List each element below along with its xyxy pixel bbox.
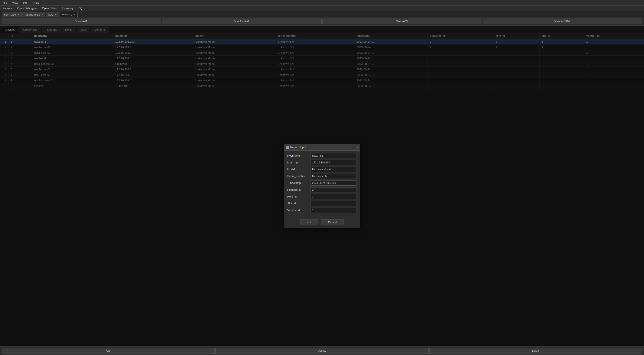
tab-inventory-label: Inventory [62,13,72,16]
tab-inventory-close[interactable]: ✕ [73,13,75,16]
tab-parsing-tools-close[interactable]: ✕ [41,13,43,16]
tab-bar: Form View ✕ Parsing Tools ✕ SQL ✕ Invent… [0,11,644,17]
save-as-yaml-button[interactable]: Save As YAML [162,18,322,24]
content-area: Devices Credentials Platforms Roles Site… [0,26,644,346]
submenu-inventory[interactable]: Inventory [61,6,74,10]
submenu-bar: Parsers Open Debugger Open Editor Invent… [0,6,644,11]
open-yaml-button[interactable]: Open YAML [2,18,161,24]
submenu-sql[interactable]: SQL [78,6,85,10]
role-id-label: Role_id [287,195,308,198]
hostname-label: Hostname [287,154,308,157]
modal-footer: OK Cancel [284,217,360,228]
serial-number-label: Serial_number [287,174,308,178]
serial-number-input[interactable] [310,174,357,179]
submenu-open-editor[interactable]: Open Editor [41,6,58,10]
record-input-modal: Record Input × Hostname Mgmt_ip Model [284,144,360,228]
site-id-input[interactable] [310,201,357,206]
bottom-bar: Add Update Delete [0,346,644,355]
modal-overlay: Record Input × Hostname Mgmt_ip Model [0,26,644,346]
vendor-id-label: Vendor_id [287,208,308,212]
form-row-timestamp: Timestamp [287,180,357,186]
tab-sql-label: SQL [48,13,53,16]
mgmt-ip-input[interactable] [310,160,357,165]
ok-button[interactable]: OK [300,219,318,225]
tab-parsing-tools-label: Parsing Tools [24,13,40,16]
form-row-role-id: Role_id [287,194,357,199]
tab-form-view[interactable]: Form View ✕ [2,12,22,17]
modal-close-button[interactable]: × [356,146,358,149]
role-id-input[interactable] [310,194,357,199]
mgmt-ip-label: Mgmt_ip [287,161,308,164]
tab-inventory[interactable]: Inventory ✕ [59,12,78,17]
submenu-parsers[interactable]: Parsers [2,6,13,10]
tab-sql[interactable]: SQL ✕ [46,12,59,17]
modal-body: Hostname Mgmt_ip Model Serial_number Tim… [284,151,360,217]
tab-parsing-tools[interactable]: Parsing Tools ✕ [22,12,46,17]
tab-sql-close[interactable]: ✕ [54,13,56,16]
form-row-site-id: Site_id [287,201,357,206]
modal-title-icon [286,146,289,149]
toolbar: Open YAML Save As YAML New YAML View as … [0,17,644,26]
model-input[interactable] [310,167,357,172]
tab-form-view-close[interactable]: ✕ [18,13,20,16]
modal-header: Record Input × [284,144,360,151]
form-row-serial-number: Serial_number [287,174,357,179]
form-row-platform-id: Platform_id [287,187,357,192]
view-as-yaml-button[interactable]: View as YAML [483,18,642,24]
form-row-model: Model [287,167,357,172]
platform-id-input[interactable] [310,187,357,192]
menu-run[interactable]: Run [22,1,29,5]
platform-id-label: Platform_id [287,188,308,191]
menu-bar: File View Run Help [0,0,644,6]
submenu-open-debugger[interactable]: Open Debugger [16,6,38,10]
delete-button[interactable]: Delete [430,348,642,354]
model-label: Model [287,168,308,171]
tab-form-view-label: Form View [4,13,16,16]
new-yaml-button[interactable]: New YAML [322,18,482,24]
modal-title: Record Input [286,146,306,149]
menu-help[interactable]: Help [32,1,40,5]
timestamp-label: Timestamp [287,181,308,184]
update-button[interactable]: Update [216,348,428,354]
modal-title-text: Record Input [290,146,306,149]
form-row-mgmt-ip: Mgmt_ip [287,160,357,165]
form-row-hostname: Hostname [287,153,357,158]
hostname-input[interactable] [310,153,357,158]
vendor-id-input[interactable] [310,208,357,213]
form-row-vendor-id: Vendor_id [287,208,357,213]
site-id-label: Site_id [287,202,308,205]
menu-view[interactable]: View [11,1,19,5]
timestamp-input[interactable] [310,180,357,186]
add-button[interactable]: Add [2,348,214,354]
cancel-button[interactable]: Cancel [321,219,344,225]
menu-file[interactable]: File [2,1,8,5]
